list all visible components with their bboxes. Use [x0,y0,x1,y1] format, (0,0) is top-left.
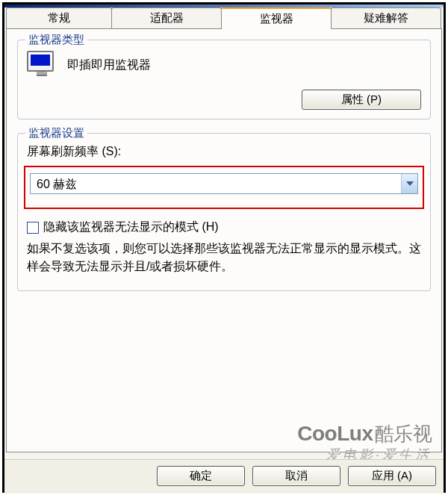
properties-button[interactable]: 属性 (P) [302,90,421,110]
cancel-button[interactable]: 取消 [252,466,340,486]
refresh-rate-dropdown[interactable]: 60 赫兹 [30,173,418,194]
group-monitor-settings: 监视器设置 屏幕刷新频率 (S): 60 赫兹 隐藏该监视器无法显示的模式 (H… [17,133,431,291]
tab-general[interactable]: 常规 [6,7,112,29]
tab-panel-monitor: 监视器类型 即插即用监视器 属性 (P) 监视器设置 屏幕刷新频率 (S): [6,28,442,452]
tab-adapter[interactable]: 适配器 [111,7,222,29]
group-monitor-type: 监视器类型 即插即用监视器 属性 (P) [17,40,431,119]
group-monitor-settings-title: 监视器设置 [25,126,87,140]
refresh-rate-highlight: 60 赫兹 [24,166,424,209]
hide-modes-hint: 如果不复选该项，则您可以选择那些该监视器无法正常显示的显示模式。这样会导致无法显… [27,240,421,275]
tab-strip: 常规 适配器 监视器 疑难解答 [4,7,444,29]
dialog-window: 常规 适配器 监视器 疑难解答 监视器类型 即插即用监视器 属性 (P) [2,2,446,493]
dialog-button-bar: 确定 取消 应用 (A) [4,459,444,494]
ok-button[interactable]: 确定 [157,466,245,486]
apply-button[interactable]: 应用 (A) [348,466,436,486]
group-monitor-type-title: 监视器类型 [25,33,87,47]
apply-button-label: 应用 (A) [372,469,412,482]
chevron-down-icon[interactable] [401,174,417,193]
ok-button-label: 确定 [190,469,212,482]
hide-modes-label: 隐藏该监视器无法显示的模式 (H) [43,220,219,235]
refresh-rate-value: 60 赫兹 [31,174,401,193]
refresh-rate-label: 屏幕刷新频率 (S): [27,144,421,160]
tab-monitor[interactable]: 监视器 [221,7,332,29]
tab-troubleshoot[interactable]: 疑难解答 [331,7,441,29]
cancel-button-label: 取消 [285,469,308,482]
pnp-monitor-label: 即插即用监视器 [67,57,151,73]
hide-modes-checkbox[interactable] [27,222,39,234]
properties-button-label: 属性 (P) [341,93,382,105]
monitor-icon [27,51,57,79]
